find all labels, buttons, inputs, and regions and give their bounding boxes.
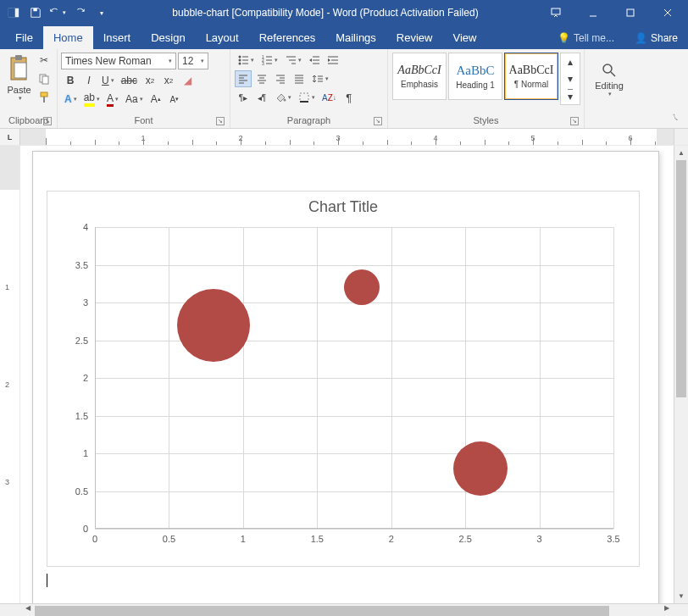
style-normal[interactable]: AaBbCcI ¶ Normal	[504, 53, 558, 100]
svg-rect-12	[42, 76, 48, 84]
redo-button[interactable]	[69, 3, 90, 23]
ribbon: Paste ▾ ✂ Clipboard↘ Times New Roman▾ 12…	[0, 49, 688, 129]
save-button[interactable]	[25, 3, 46, 23]
borders-icon	[298, 92, 310, 103]
paragraph-launcher[interactable]: ↘	[374, 117, 382, 125]
svg-rect-56	[300, 93, 308, 102]
tell-me-search[interactable]: 💡Tell me...	[547, 27, 624, 49]
lightbulb-icon: 💡	[558, 32, 570, 44]
clipboard-launcher[interactable]: ↘	[43, 117, 52, 125]
shading-button[interactable]: ▾	[272, 89, 294, 106]
bullets-button[interactable]: ▾	[235, 52, 257, 69]
scroll-up-arrow[interactable]: ▲	[674, 146, 688, 160]
editing-button[interactable]: Editing ▾	[589, 52, 630, 108]
show-marks-button[interactable]: ¶	[341, 89, 358, 106]
close-button[interactable]	[651, 3, 685, 23]
chart-object[interactable]: Chart Title 00.511.522.533.5400.511.522.…	[47, 191, 640, 567]
qat-customize[interactable]: ▾	[92, 3, 112, 23]
align-center-button[interactable]	[253, 70, 270, 87]
minimize-button[interactable]	[576, 3, 610, 23]
collapse-ribbon-button[interactable]: ㄟ	[667, 108, 684, 125]
styles-more[interactable]: ▾	[562, 88, 579, 103]
scroll-right-arrow[interactable]: ▶	[659, 604, 674, 612]
line-spacing-icon	[312, 73, 324, 85]
text-effects-button[interactable]: A▾	[62, 91, 80, 108]
paste-button[interactable]: Paste ▾	[4, 52, 34, 108]
tab-references[interactable]: References	[249, 26, 325, 49]
tab-insert[interactable]: Insert	[93, 26, 141, 49]
scroll-left-arrow[interactable]: ◀	[20, 604, 35, 612]
style-heading1[interactable]: AaBbC Heading 1	[448, 53, 502, 100]
bold-button[interactable]: B	[62, 72, 79, 89]
sort-button[interactable]: AZ↓	[319, 89, 339, 106]
svg-line-59	[611, 72, 615, 76]
cut-button[interactable]: ✂	[36, 52, 53, 69]
horizontal-scrollbar[interactable]: ◀ ▶	[0, 603, 688, 616]
font-size-select[interactable]: 12▾	[178, 53, 208, 69]
scroll-down-arrow[interactable]: ▼	[674, 589, 688, 603]
style-emphasis[interactable]: AaBbCcI Emphasis	[392, 53, 447, 100]
strikethrough-button[interactable]: abc	[119, 72, 140, 89]
change-case-button[interactable]: Aa▾	[123, 91, 146, 108]
borders-button[interactable]: ▾	[296, 89, 318, 106]
paste-icon	[8, 54, 31, 83]
grow-font-button[interactable]: A▴	[147, 91, 164, 108]
tab-selector[interactable]: L	[0, 129, 20, 145]
window-controls	[539, 3, 685, 23]
share-button[interactable]: 👤Share	[624, 27, 688, 49]
copy-button[interactable]	[36, 70, 53, 87]
bubble-point	[177, 289, 250, 362]
bubble-point	[344, 269, 380, 305]
highlight-button[interactable]: ab▾	[81, 91, 103, 108]
numbering-icon: 123	[261, 54, 273, 66]
maximize-button[interactable]	[613, 3, 647, 23]
styles-scroll-down[interactable]: ▾	[562, 71, 579, 86]
font-color-button[interactable]: A▾	[104, 91, 121, 108]
format-painter-button[interactable]	[36, 89, 53, 106]
style-preview: AaBbCcI	[397, 64, 441, 77]
tab-review[interactable]: Review	[386, 26, 443, 49]
tab-mailings[interactable]: Mailings	[325, 26, 386, 49]
align-right-button[interactable]	[272, 70, 289, 87]
superscript-button[interactable]: x2	[160, 72, 177, 89]
chart-plot-area: 00.511.522.533.5400.511.522.533.5	[95, 227, 613, 529]
scroll-thumb[interactable]	[676, 160, 686, 397]
vertical-scrollbar[interactable]: ▲ ▼	[674, 146, 688, 603]
tab-design[interactable]: Design	[141, 26, 195, 49]
ribbon-display-options[interactable]	[539, 3, 573, 23]
share-icon: 👤	[635, 32, 647, 44]
tab-home[interactable]: Home	[43, 26, 93, 49]
font-name-select[interactable]: Times New Roman▾	[61, 53, 176, 69]
horizontal-ruler[interactable]: 123456	[20, 129, 674, 145]
styles-scroll-up[interactable]: ▴	[562, 54, 579, 69]
rtl-direction-button[interactable]: ◂¶	[253, 89, 270, 106]
clear-formatting-button[interactable]: ◢	[179, 72, 196, 89]
group-editing: Editing ▾	[585, 49, 634, 128]
tab-file[interactable]: File	[5, 26, 43, 49]
font-launcher[interactable]: ↘	[216, 117, 225, 125]
ltr-direction-button[interactable]: ¶▸	[235, 89, 252, 106]
vertical-ruler[interactable]: 123	[0, 146, 20, 603]
shrink-font-button[interactable]: A▾	[166, 91, 183, 108]
eraser-icon: ◢	[184, 75, 191, 86]
hscroll-thumb[interactable]	[35, 606, 609, 616]
increase-indent-button[interactable]	[325, 52, 341, 69]
italic-button[interactable]: I	[80, 72, 97, 89]
page: Chart Title 00.511.522.533.5400.511.522.…	[32, 151, 659, 603]
underline-button[interactable]: U▾	[99, 72, 117, 89]
svg-rect-2	[33, 8, 36, 12]
multilevel-list-button[interactable]: ▾	[282, 52, 304, 69]
undo-button[interactable]: ▾	[47, 3, 68, 23]
numbering-button[interactable]: 123▾	[258, 52, 280, 69]
styles-launcher[interactable]: ↘	[570, 117, 579, 125]
page-viewport[interactable]: Chart Title 00.511.522.533.5400.511.522.…	[20, 146, 674, 603]
brush-icon	[38, 92, 50, 103]
svg-rect-1	[8, 8, 15, 18]
decrease-indent-button[interactable]	[306, 52, 323, 69]
align-left-button[interactable]	[235, 70, 252, 87]
tab-view[interactable]: View	[442, 26, 486, 49]
subscript-button[interactable]: x2	[141, 72, 158, 89]
tab-layout[interactable]: Layout	[196, 26, 249, 49]
justify-button[interactable]	[291, 70, 308, 87]
line-spacing-button[interactable]: ▾	[309, 70, 331, 87]
